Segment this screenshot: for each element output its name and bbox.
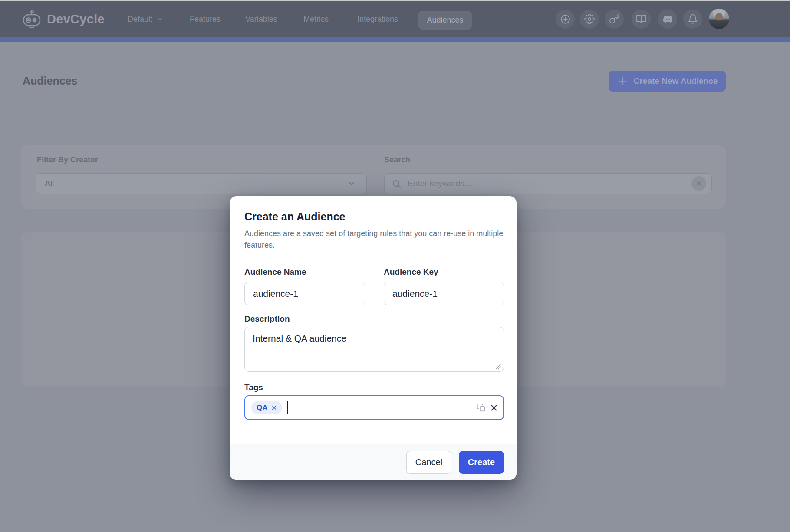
tags-label: Tags: [244, 383, 263, 392]
cancel-button[interactable]: Cancel: [406, 451, 451, 474]
text-cursor: [287, 401, 288, 414]
modal-title: Create an Audience: [244, 210, 345, 223]
top-navbar: DevCycle Default Features Variables Metr…: [0, 1, 790, 37]
devcycle-app: DevCycle Default Features Variables Metr…: [0, 0, 790, 532]
notifications-button[interactable]: [683, 10, 702, 29]
search-clear-button[interactable]: [691, 176, 706, 191]
copy-icon[interactable]: [477, 403, 486, 412]
devcycle-robot-icon: [22, 9, 42, 29]
discord-button[interactable]: [658, 10, 677, 29]
nav-item-metrics[interactable]: Metrics: [303, 1, 329, 37]
audience-name-input[interactable]: [244, 282, 365, 305]
tag-chip-qa: QA: [251, 401, 282, 414]
close-icon: [696, 181, 702, 187]
devcycle-logo[interactable]: DevCycle: [22, 1, 105, 37]
nav-item-variables[interactable]: Variables: [245, 1, 277, 37]
create-new-audience-button[interactable]: Create New Audience: [609, 71, 726, 92]
remove-tag-icon[interactable]: [271, 405, 277, 410]
bell-icon: [688, 14, 698, 24]
create-button[interactable]: Create: [459, 451, 504, 474]
brand-wordmark: DevCycle: [47, 12, 105, 26]
plus-circle-icon: [560, 14, 571, 25]
page-title: Audiences: [23, 75, 77, 87]
description-textarea[interactable]: Internal & QA audience: [244, 327, 504, 372]
creator-filter-select[interactable]: All: [36, 173, 367, 194]
discord-icon: [662, 14, 673, 25]
search-label: Search: [384, 155, 410, 164]
tags-input[interactable]: QA: [244, 395, 504, 420]
create-audience-modal: Create an Audience Audiences are a saved…: [230, 196, 517, 480]
audience-name-label: Audience Name: [244, 267, 306, 277]
project-selector-label: Default: [128, 15, 152, 24]
project-selector-dropdown[interactable]: Default: [128, 1, 163, 37]
accent-banner: [0, 37, 790, 42]
nav-item-integrations[interactable]: Integrations: [357, 1, 398, 37]
modal-subtitle: Audiences are a saved set of targeting r…: [244, 228, 507, 251]
tag-chip-label: QA: [257, 404, 268, 412]
search-field: [384, 173, 712, 194]
user-avatar[interactable]: [709, 9, 729, 29]
settings-button[interactable]: [580, 10, 599, 29]
audience-key-input[interactable]: [384, 282, 504, 305]
plus-icon: [617, 76, 628, 87]
creator-filter-value: All: [45, 179, 347, 188]
audience-key-label: Audience Key: [384, 267, 438, 277]
add-new-button[interactable]: [556, 10, 575, 29]
book-open-icon: [636, 14, 646, 24]
search-input[interactable]: [408, 174, 691, 194]
chevron-down-icon: [156, 16, 163, 23]
filter-by-creator-label: Filter By Creator: [37, 155, 98, 164]
api-keys-button[interactable]: [605, 10, 624, 29]
search-icon: [392, 179, 402, 189]
key-icon: [609, 14, 619, 24]
description-label: Description: [244, 314, 290, 324]
chevron-down-icon: [347, 179, 356, 188]
nav-item-audiences-active[interactable]: Audiences: [418, 11, 472, 30]
gear-icon: [584, 14, 595, 24]
modal-footer: Cancel Create: [230, 444, 517, 480]
nav-item-features[interactable]: Features: [190, 1, 221, 37]
clear-tags-icon[interactable]: [490, 404, 498, 412]
documentation-button[interactable]: [632, 10, 651, 29]
